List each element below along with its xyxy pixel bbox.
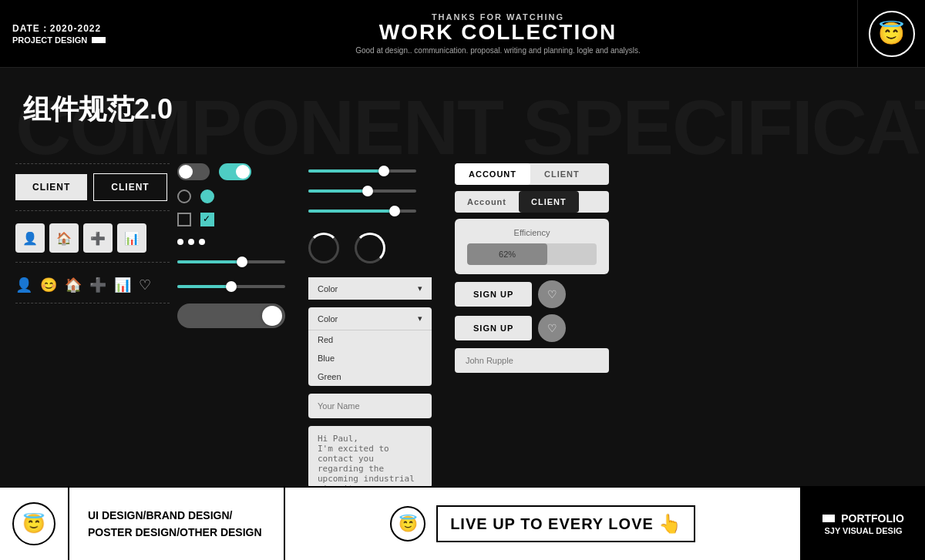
footer-cursor-icon: 👆 (658, 513, 681, 535)
dot-3 (199, 239, 205, 245)
dropdown-color[interactable]: Color ▾ (308, 277, 432, 300)
hs-thumb-1[interactable] (378, 166, 389, 176)
client-button-outline[interactable]: CLIENT (93, 173, 166, 201)
radio-row (177, 189, 301, 203)
slider-track-1[interactable] (177, 260, 285, 263)
column-1-buttons: CLIENT CLIENT 👤 🏠 ➕ 📊 👤 😊 🏠 ➕ 📊 ♡ (15, 160, 170, 486)
work-collection-title: WORK COLLECTION (379, 22, 617, 43)
horiz-slider-group (308, 163, 447, 219)
slider-fill-1 (177, 260, 242, 263)
user-icon-btn[interactable]: 👤 (15, 223, 45, 253)
loader-spinner-2 (355, 233, 385, 263)
footer-center-avatar-icon: 😇 (399, 515, 418, 533)
heart-button-2[interactable]: ♡ (538, 314, 566, 342)
slider-thumb-2[interactable] (226, 281, 237, 292)
tab2-account[interactable]: Account (455, 191, 519, 213)
tab-group-2: Account CLIENT (455, 191, 609, 213)
footer-avatar-icon: 😇 (22, 513, 45, 535)
footer-avatar: 😇 (12, 502, 56, 545)
heart-button-1[interactable]: ♡ (538, 280, 566, 308)
footer-slogan-box: LIVE UP TO EVERY LOVE 👆 (436, 505, 695, 542)
checkbox-row (177, 213, 301, 226)
slider-thumb-1[interactable] (237, 257, 247, 267)
heart-icon[interactable]: ♡ (139, 277, 151, 293)
footer-right: PORTFOLIO SJY VISUAL DESIG (802, 488, 925, 560)
message-textarea[interactable] (308, 426, 432, 486)
hs-track-1[interactable] (308, 169, 416, 173)
efficiency-value: 62% (499, 250, 516, 259)
footer-slogan: LIVE UP TO EVERY LOVE (450, 515, 654, 533)
design-line-2: POSTER DESIGN/OTHER DESIGN (88, 524, 262, 541)
checkbox-on[interactable] (200, 213, 214, 226)
dropdown-item-blue[interactable]: Blue (308, 349, 432, 367)
signup-row-1: SIGN UP ♡ (455, 280, 609, 308)
icon-button-group: 👤 🏠 ➕ 📊 (15, 223, 170, 253)
big-toggle-track[interactable] (177, 303, 285, 328)
divider-3 (15, 262, 170, 263)
horiz-slider-2 (308, 183, 416, 199)
footer-left: 😇 (0, 488, 69, 560)
hs-fill-2 (308, 189, 368, 193)
dropdown-open-header[interactable]: Color ▾ (308, 307, 432, 330)
main-content: COMPONENT SPECIFICATIONS 组件规范2.0 CLIENT … (0, 68, 925, 486)
slider-track-2[interactable] (177, 285, 285, 288)
radio-off[interactable] (177, 189, 191, 203)
plus-icon[interactable]: ➕ (89, 277, 106, 293)
button-group-1: CLIENT CLIENT (15, 173, 170, 201)
signup-button-1[interactable]: SIGN UP (455, 282, 532, 307)
tab-group-1: ACCOUNT CLIENT (455, 163, 609, 185)
bar-icon[interactable]: 📊 (114, 277, 131, 293)
slider-1 (177, 254, 285, 270)
footer: 😇 UI DESIGN/BRAND DESIGN/ POSTER DESIGN/… (0, 486, 925, 560)
footer-center: 😇 LIVE UP TO EVERY LOVE 👆 (285, 488, 802, 560)
efficiency-bar-fill: 62% (467, 243, 547, 265)
avatar-circle: 😇 (869, 11, 915, 57)
hs-fill-1 (308, 169, 384, 173)
home-flat-icon[interactable]: 🏠 (65, 277, 82, 293)
dots-pagination (177, 239, 301, 245)
dropdown-label: Color (318, 284, 338, 293)
hs-thumb-3[interactable] (389, 206, 400, 216)
subtitle-text: Good at design.. communication. proposal… (355, 46, 641, 55)
tab-account[interactable]: ACCOUNT (455, 163, 530, 185)
your-name-input[interactable] (308, 394, 432, 418)
toggle-row (177, 163, 301, 180)
header: DATE：2020-2022 PROJECT DESIGN THANKS FOR… (0, 0, 925, 68)
name-input[interactable] (455, 348, 609, 373)
chart-icon-btn[interactable]: 📊 (117, 223, 146, 253)
divider-1 (15, 163, 170, 164)
smile-icon[interactable]: 😊 (40, 277, 57, 293)
date-label: DATE：2020-2022 (12, 22, 126, 35)
header-center: THANKS FOR WATCHING WORK COLLECTION Good… (139, 0, 857, 67)
radio-on[interactable] (200, 189, 214, 203)
column-4-widgets: ACCOUNT CLIENT Account CLIENT Efficiency… (455, 160, 609, 486)
tab2-client[interactable]: CLIENT (519, 191, 579, 213)
big-toggle-thumb (262, 306, 282, 326)
dropdown-open-label: Color (318, 314, 338, 324)
add-icon-btn[interactable]: ➕ (83, 223, 113, 253)
chinese-title: 组件规范2.0 (23, 91, 173, 129)
client-button-solid[interactable]: CLIENT (15, 174, 87, 200)
toggle-on[interactable] (219, 163, 251, 180)
tab-client[interactable]: CLIENT (530, 163, 594, 185)
divider-2 (15, 210, 170, 211)
dropdown-item-red[interactable]: Red (308, 330, 432, 349)
user-flat-icon[interactable]: 👤 (15, 277, 32, 293)
toggle-off[interactable] (177, 163, 210, 180)
hs-fill-3 (308, 210, 395, 213)
signup-button-2[interactable]: SIGN UP (455, 316, 532, 340)
slider-fill-2 (177, 285, 231, 288)
dot-1 (177, 239, 183, 245)
footer-center-avatar: 😇 (390, 506, 426, 542)
dropdown-item-green[interactable]: Green (308, 367, 432, 386)
home-icon-btn[interactable]: 🏠 (49, 223, 79, 253)
header-left: DATE：2020-2022 PROJECT DESIGN (0, 0, 139, 67)
efficiency-card: Efficiency 62% (455, 219, 609, 274)
dropdown-open-color: Color ▾ Red Blue Green (308, 307, 432, 386)
hs-track-2[interactable] (308, 189, 416, 193)
hs-thumb-2[interactable] (362, 186, 373, 196)
hs-track-3[interactable] (308, 210, 416, 213)
loader-spinner-1 (308, 233, 339, 263)
loader-row (308, 233, 447, 263)
checkbox-off[interactable] (177, 213, 191, 226)
